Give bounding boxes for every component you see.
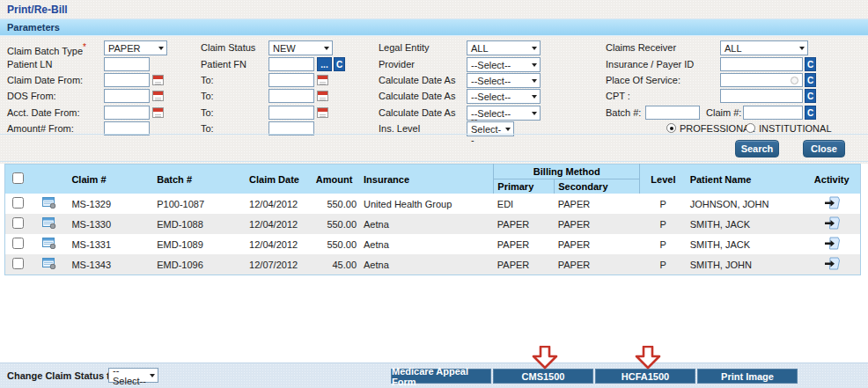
cms1500-button[interactable]: CMS1500 [493, 369, 593, 384]
row-checkbox[interactable] [12, 217, 24, 229]
claim-date-to-label: To: [201, 75, 214, 85]
cell-level: P [640, 254, 687, 275]
calendar-icon[interactable] [317, 75, 328, 85]
claim-edit-icon[interactable] [42, 240, 56, 251]
cell-primary: EDI [494, 194, 555, 214]
patient-fn-label: Patient FN [201, 59, 246, 70]
insurance-payer-id-input[interactable] [720, 57, 803, 71]
amount-to-label: To: [201, 123, 214, 134]
acct-date-from-input[interactable] [104, 106, 150, 120]
batch-number-label: Batch #: [606, 107, 641, 118]
chevron-down-icon [505, 128, 511, 131]
activity-icon[interactable] [824, 261, 840, 272]
claim-number-clear-button[interactable]: C [805, 106, 816, 120]
calculate-date-as-label-2: Calculate Date As [379, 91, 455, 101]
dos-to-label: To: [201, 91, 214, 101]
cell-level: P [640, 234, 687, 254]
activity-icon[interactable] [824, 221, 840, 231]
cell-claim: MS-1343 [68, 254, 153, 275]
dos-from-input[interactable] [104, 89, 150, 103]
cell-secondary: PAPER [555, 234, 640, 254]
provider-select[interactable]: --Select-- [467, 57, 541, 72]
acct-date-to-label: To: [201, 107, 214, 118]
claim-edit-icon[interactable] [42, 200, 56, 210]
radio-professional[interactable] [666, 123, 676, 133]
calculate-date-as-label-1: Calculate Date As [379, 75, 455, 85]
calendar-icon[interactable] [317, 107, 328, 118]
cpt-clear-button[interactable]: C [805, 89, 816, 103]
claim-date-from-input[interactable] [104, 73, 150, 87]
radio-institutional-label: INSTITUTIONAL [759, 123, 832, 134]
row-checkbox[interactable] [12, 258, 24, 269]
cell-amount: 550.00 [308, 234, 360, 254]
col-activity: Activity [803, 165, 860, 194]
claim-number-label: Claim #: [706, 107, 741, 118]
insurance-payer-id-label: Insurance / Payer ID [606, 59, 694, 70]
chevron-down-icon [799, 47, 805, 50]
close-button[interactable]: Close [803, 140, 845, 157]
cell-insurance: United Health Group [360, 194, 494, 214]
claims-table: Claim # Batch # Claim Date Amount Insura… [4, 164, 861, 275]
claim-batch-type-select[interactable]: PAPER [104, 40, 167, 55]
cell-primary: PAPER [494, 214, 555, 234]
cell-primary: PAPER [494, 234, 555, 254]
calendar-icon[interactable] [152, 107, 164, 118]
medicare-appeal-form-button[interactable]: Medicare Appeal Form [391, 369, 491, 384]
insurance-payer-id-clear-button[interactable]: C [805, 57, 816, 71]
cell-amount: 550.00 [308, 214, 360, 234]
patient-fn-input[interactable] [268, 57, 314, 71]
patient-fn-clear-button[interactable]: C [334, 57, 345, 71]
row-checkbox[interactable] [12, 238, 24, 249]
cell-patient-name: SMITH, JACK [687, 214, 804, 234]
radio-institutional[interactable] [746, 123, 755, 133]
cell-secondary: PAPER [555, 254, 640, 275]
acct-date-to-input[interactable] [268, 106, 314, 120]
row-checkbox[interactable] [12, 197, 24, 209]
parameters-section-header: Parameters [0, 19, 868, 36]
cell-insurance: Aetna [360, 234, 494, 254]
actions-bar: Search Close [0, 134, 868, 162]
acct-date-from-label: Acct. Date From: [7, 107, 80, 118]
cpt-input[interactable] [720, 89, 803, 103]
legal-entity-select[interactable]: ALL [467, 40, 541, 55]
activity-icon[interactable] [824, 201, 840, 211]
calendar-icon[interactable] [152, 75, 164, 85]
activity-icon[interactable] [824, 241, 840, 252]
col-billing-method: Billing Method [494, 165, 640, 179]
place-of-service-clear-button[interactable]: C [805, 73, 816, 87]
calendar-icon[interactable] [317, 91, 328, 101]
cell-claim-date: 12/07/2012 [246, 254, 308, 275]
claim-edit-icon[interactable] [42, 260, 56, 271]
cell-patient-name: SMITH, JOHN [687, 254, 804, 275]
select-all-checkbox[interactable] [12, 172, 24, 184]
cell-insurance: Aetna [360, 214, 494, 234]
claim-number-input[interactable] [743, 106, 803, 120]
col-level: Level [640, 165, 687, 194]
calculate-date-as-select-1[interactable]: --Select-- [467, 73, 541, 88]
claim-edit-icon[interactable] [42, 220, 56, 231]
search-button[interactable]: Search [735, 140, 779, 157]
change-claim-status-select[interactable]: --Select-- [108, 368, 158, 383]
cell-level: P [640, 194, 687, 214]
patient-fn-lookup-button[interactable]: ... [317, 57, 332, 71]
chevron-down-icon [324, 47, 329, 50]
cell-primary: PAPER [494, 254, 555, 275]
provider-label: Provider [379, 59, 415, 70]
claim-date-to-input[interactable] [268, 73, 314, 87]
parameters-form: Claim Batch Type* PAPER Claim Status NEW… [0, 36, 868, 135]
cell-batch: P100-1087 [153, 194, 246, 214]
table-row: MS-1343 EMD-1096 12/07/2012 45.00 Aetna … [5, 254, 861, 275]
cell-batch: EMD-1088 [153, 214, 246, 234]
batch-number-input[interactable] [645, 106, 700, 120]
claim-status-select[interactable]: NEW [268, 40, 333, 55]
calendar-icon[interactable] [152, 91, 164, 101]
change-claim-status-label: Change Claim Status to [7, 370, 115, 381]
dos-to-input[interactable] [268, 89, 314, 103]
hcfa1500-button[interactable]: HCFA1500 [595, 369, 695, 384]
calculate-date-as-select-2[interactable]: --Select-- [467, 89, 541, 104]
cell-claim-date: 12/04/2012 [246, 234, 308, 254]
cell-claim: MS-1329 [68, 194, 153, 214]
patient-ln-input[interactable] [104, 57, 150, 71]
claims-receiver-select[interactable]: ALL [720, 40, 808, 55]
print-image-button[interactable]: Print Image [697, 369, 798, 384]
